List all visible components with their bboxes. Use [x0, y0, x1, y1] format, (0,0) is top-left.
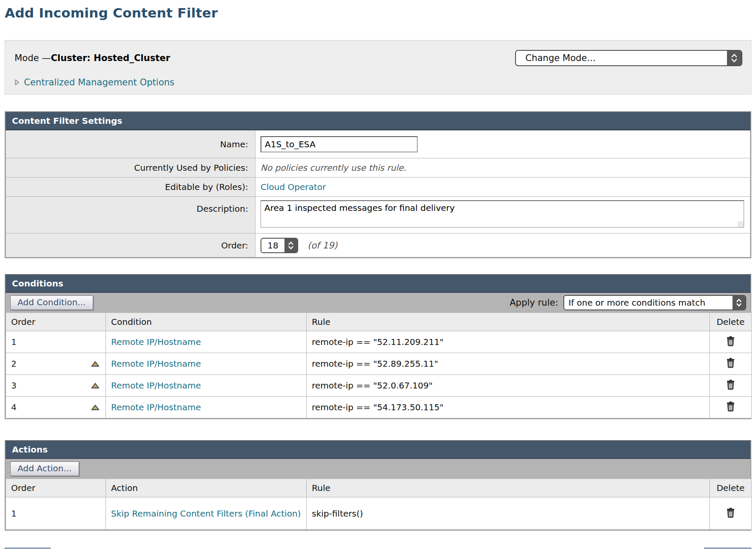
mode-panel: Mode —Cluster: Hosted_Cluster Change Mod…	[5, 40, 751, 94]
condition-link[interactable]: Remote IP/Hostname	[111, 337, 201, 347]
name-row: Name:	[6, 131, 750, 158]
description-row: Description: Area 1 inspected messages f…	[6, 197, 750, 234]
add-action-button[interactable]: Add Action...	[10, 461, 79, 476]
mode-value: Cluster: Hosted_Cluster	[51, 53, 170, 63]
conditions-header: Conditions	[6, 275, 750, 293]
condition-order: 3	[11, 380, 17, 391]
content-filter-settings-header: Content Filter Settings	[6, 112, 750, 130]
name-label: Name:	[6, 131, 255, 158]
actions-toolbar: Add Action...	[6, 459, 750, 479]
move-up-icon[interactable]	[90, 383, 100, 389]
actions-header-row: Order Action Rule Delete	[6, 479, 752, 497]
conditions-header-row: Order Condition Rule Delete	[6, 313, 752, 331]
col-order: Order	[6, 313, 106, 331]
col-delete: Delete	[710, 479, 752, 497]
action-row: 1 Skip Remaining Content Filters (Final …	[6, 497, 752, 530]
conditions-section: Conditions Add Condition... Apply rule: …	[5, 274, 751, 419]
action-rule: skip-filters()	[312, 508, 363, 519]
col-order: Order	[6, 479, 106, 497]
name-input[interactable]	[261, 136, 418, 152]
content-filter-settings-section: Content Filter Settings Name: Currently …	[5, 111, 751, 258]
editable-row: Editable by (Roles): Cloud Operator	[6, 178, 750, 197]
delete-condition-trash-icon[interactable]	[726, 401, 735, 412]
policies-row: Currently Used by Policies: No policies …	[6, 158, 750, 178]
condition-rule: remote-ip == "52.89.255.11"	[312, 359, 438, 369]
condition-order: 1	[11, 337, 17, 347]
order-label: Order:	[6, 234, 255, 257]
mode-label: Mode —	[15, 53, 51, 63]
change-mode-selected-value: Change Mode...	[516, 51, 727, 65]
apply-rule-label: Apply rule:	[510, 298, 558, 308]
condition-link[interactable]: Remote IP/Hostname	[111, 380, 201, 391]
condition-rule: remote-ip == "54.173.50.115"	[312, 402, 443, 412]
policies-value: No policies currently use this rule.	[255, 158, 750, 178]
move-up-icon[interactable]	[90, 404, 100, 411]
change-mode-select[interactable]: Change Mode...	[515, 50, 742, 66]
condition-row: 2 Remote IP/Hostname remote-ip == "52.89…	[6, 353, 752, 375]
description-label: Description:	[6, 197, 255, 234]
condition-row: 1 Remote IP/Hostname remote-ip == "52.11…	[6, 331, 752, 353]
col-rule: Rule	[307, 479, 710, 497]
condition-link[interactable]: Remote IP/Hostname	[111, 359, 201, 369]
page-title: Add Incoming Content Filter	[5, 5, 751, 20]
actions-section: Actions Add Action... Order Action Rule …	[5, 440, 751, 531]
condition-row: 4 Remote IP/Hostname remote-ip == "54.17…	[6, 397, 752, 418]
select-arrows-icon	[727, 51, 741, 65]
condition-rule: remote-ip == "52.0.67.109"	[312, 380, 433, 391]
select-arrows-icon	[733, 296, 745, 310]
col-rule: Rule	[307, 313, 710, 331]
editable-label: Editable by (Roles):	[6, 178, 255, 197]
policies-label: Currently Used by Policies:	[6, 158, 255, 178]
col-action: Action	[106, 479, 307, 497]
condition-order: 4	[11, 402, 17, 412]
mode-text: Mode —Cluster: Hosted_Cluster	[15, 53, 170, 63]
disclosure-triangle-icon[interactable]	[15, 79, 20, 86]
apply-rule-select[interactable]: If one or more conditions match	[563, 295, 746, 310]
col-condition: Condition	[106, 313, 307, 331]
action-link[interactable]: Skip Remaining Content Filters (Final Ac…	[111, 508, 301, 519]
conditions-toolbar: Add Condition... Apply rule: If one or m…	[6, 293, 750, 312]
add-condition-button[interactable]: Add Condition...	[10, 295, 93, 310]
apply-rule-selected-value: If one or more conditions match	[564, 296, 733, 310]
condition-link[interactable]: Remote IP/Hostname	[111, 402, 201, 412]
delete-action-trash-icon[interactable]	[726, 507, 735, 518]
order-selected-value: 18	[261, 239, 284, 252]
col-delete: Delete	[710, 313, 752, 331]
order-select[interactable]: 18	[261, 238, 298, 253]
condition-row: 3 Remote IP/Hostname remote-ip == "52.0.…	[6, 375, 752, 397]
select-arrows-icon	[284, 239, 297, 252]
order-of-note: (of 19)	[308, 240, 337, 251]
delete-condition-trash-icon[interactable]	[726, 336, 735, 346]
description-textarea[interactable]: Area 1 inspected messages for final deli…	[261, 200, 744, 228]
condition-order: 2	[11, 359, 17, 369]
delete-condition-trash-icon[interactable]	[726, 379, 735, 390]
move-up-icon[interactable]	[90, 361, 100, 367]
action-order: 1	[11, 508, 17, 519]
condition-rule: remote-ip == "52.11.209.211"	[312, 337, 443, 347]
cloud-operator-link[interactable]: Cloud Operator	[261, 182, 326, 192]
actions-header: Actions	[6, 441, 750, 459]
order-row: Order: 18 (of 19)	[6, 234, 750, 257]
delete-condition-trash-icon[interactable]	[726, 357, 735, 368]
centralized-management-options-link[interactable]: Centralized Management Options	[24, 77, 174, 88]
